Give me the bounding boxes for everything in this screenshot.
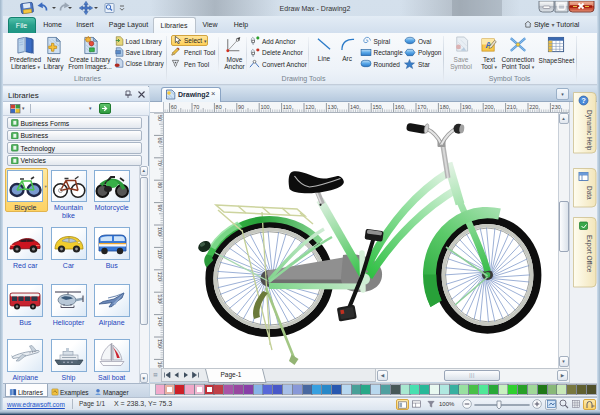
- svg-text:Export Office: Export Office: [585, 235, 593, 273]
- svg-text:80: 80: [216, 104, 222, 110]
- svg-text:190: 190: [462, 104, 471, 110]
- svg-text:180: 180: [440, 104, 449, 110]
- svg-text:70: 70: [193, 104, 199, 110]
- svg-text:50: 50: [157, 115, 163, 121]
- svg-text:140: 140: [350, 104, 359, 110]
- svg-text:170: 170: [417, 104, 426, 110]
- svg-text:Data: Data: [586, 186, 593, 200]
- svg-text:90: 90: [238, 104, 244, 110]
- svg-text:210: 210: [507, 104, 516, 110]
- svg-text:110: 110: [157, 249, 163, 258]
- svg-text:230: 230: [552, 104, 561, 110]
- svg-text:90: 90: [157, 205, 163, 211]
- svg-text:60: 60: [171, 104, 177, 110]
- svg-text:150: 150: [372, 104, 381, 110]
- svg-text:160: 160: [157, 361, 163, 368]
- svg-text:130: 130: [328, 104, 337, 110]
- svg-text:220: 220: [529, 104, 538, 110]
- svg-text:70: 70: [157, 160, 163, 166]
- svg-text:120: 120: [305, 104, 314, 110]
- svg-text:110: 110: [283, 104, 292, 110]
- svg-text:60: 60: [157, 137, 163, 143]
- svg-text:100: 100: [260, 104, 269, 110]
- svg-text:Dynamic Help: Dynamic Help: [585, 110, 593, 151]
- svg-text:200: 200: [484, 104, 493, 110]
- svg-text:160: 160: [395, 104, 404, 110]
- svg-text:?: ?: [581, 96, 586, 105]
- svg-text:80: 80: [157, 182, 163, 188]
